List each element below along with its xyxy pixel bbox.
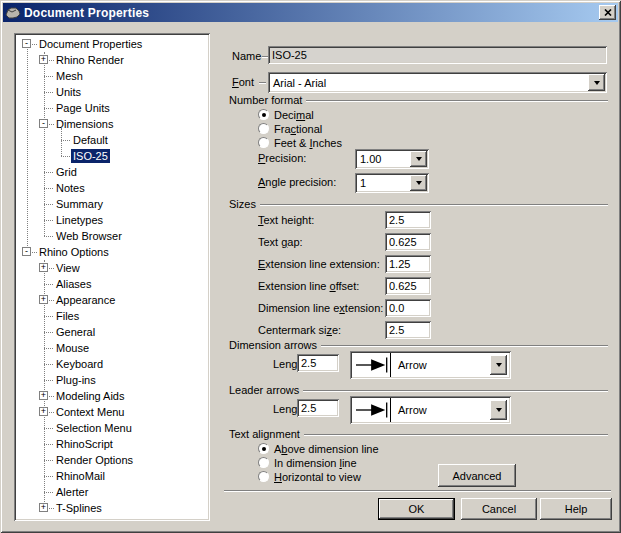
precision-combobox[interactable]: 1.00	[355, 149, 429, 169]
tree-item-label: Rhino Render	[54, 53, 126, 67]
tree-item-render-options[interactable]: Render Options	[14, 452, 210, 468]
tree-connector	[44, 364, 53, 365]
name-field[interactable]	[268, 46, 607, 64]
text-alignment-option-in-dimension-line[interactable]: In dimension line	[258, 456, 357, 469]
close-button[interactable]	[599, 5, 616, 20]
font-combobox[interactable]: Arial - Arial	[268, 72, 607, 93]
precision-label: Precision:	[258, 152, 306, 165]
leader-arrow-preview-icon	[352, 398, 390, 422]
centermark-size-field[interactable]	[385, 321, 431, 339]
ok-button[interactable]: OK	[378, 498, 455, 520]
tree-item-default[interactable]: Default	[14, 132, 210, 148]
tree-item-notes[interactable]: Notes	[14, 180, 210, 196]
tree-item-mesh[interactable]: Mesh	[14, 68, 210, 84]
leader-arrow-dropdown-button[interactable]	[490, 400, 507, 420]
number-format-group-title: Number format	[229, 94, 302, 106]
text-height-field[interactable]	[385, 211, 431, 229]
tree-item-label: Mouse	[54, 341, 91, 355]
tree-item-label: Context Menu	[54, 405, 126, 419]
angle-precision-combobox[interactable]: 1	[355, 173, 429, 193]
tree-item-label: Alerter	[54, 485, 90, 499]
tree-item-rhinomail[interactable]: RhinoMail	[14, 468, 210, 484]
tree-expander-minus-icon[interactable]: -	[39, 119, 48, 128]
rhino-app-icon	[5, 6, 21, 20]
tree-expander-plus-icon[interactable]: +	[39, 503, 48, 512]
tree-expander-minus-icon[interactable]: -	[22, 247, 31, 256]
tree-item-general[interactable]: General	[14, 324, 210, 340]
tree-item-modeling-aids[interactable]: +Modeling Aids	[14, 388, 210, 404]
text-alignment-radio-above-dimension-line[interactable]	[258, 443, 269, 454]
tree-item-plug-ins[interactable]: Plug-ins	[14, 372, 210, 388]
tree-item-keyboard[interactable]: Keyboard	[14, 356, 210, 372]
number-format-radio-decimal[interactable]	[258, 109, 269, 120]
precision-dropdown-button[interactable]	[410, 151, 427, 167]
dimension-arrow-length-field[interactable]	[297, 354, 339, 372]
close-icon	[604, 9, 612, 16]
tree-item-linetypes[interactable]: Linetypes	[14, 212, 210, 228]
angle-precision-value: 1	[355, 177, 408, 189]
number-format-radio-fractional[interactable]	[258, 123, 269, 134]
text-alignment-radio-label: Above dimension line	[274, 443, 379, 455]
tree-expander-plus-icon[interactable]: +	[39, 263, 48, 272]
tree-item-web-browser[interactable]: Web Browser	[14, 228, 210, 244]
angle-precision-dropdown-button[interactable]	[410, 175, 427, 191]
document-properties-dialog: Document Properties -Document Properties…	[0, 0, 621, 533]
group-line	[303, 390, 608, 391]
text-gap-field[interactable]	[385, 233, 431, 251]
tree-expander-plus-icon[interactable]: +	[39, 391, 48, 400]
dimension-arrow-dropdown-button[interactable]	[490, 355, 507, 375]
tree-connector	[44, 476, 53, 477]
tree-connector	[44, 108, 53, 109]
font-dropdown-button[interactable]	[588, 74, 605, 91]
tree-item-alerter[interactable]: Alerter	[14, 484, 210, 500]
tree-expander-minus-icon[interactable]: -	[22, 39, 31, 48]
tree-item-summary[interactable]: Summary	[14, 196, 210, 212]
tree-item-label: Linetypes	[54, 213, 105, 227]
chevron-down-icon	[496, 363, 502, 367]
tree-item-rhino-options[interactable]: -Rhino Options	[14, 244, 210, 260]
extension-line-extension-field[interactable]	[385, 255, 431, 273]
leader-arrow-style-combobox[interactable]: Arrow	[350, 396, 511, 424]
tree-item-view[interactable]: +View	[14, 260, 210, 276]
text-alignment-option-horizontal-to-view[interactable]: Horizontal to view	[258, 470, 361, 483]
tree-item-appearance[interactable]: +Appearance	[14, 292, 210, 308]
tree-item-units[interactable]: Units	[14, 84, 210, 100]
tree-item-files[interactable]: Files	[14, 308, 210, 324]
tree-item-page-units[interactable]: Page Units	[14, 100, 210, 116]
number-format-option-feet-inches[interactable]: Feet & Inches	[258, 136, 342, 149]
tree-item-label: ISO-25	[71, 149, 110, 163]
number-format-option-fractional[interactable]: Fractional	[258, 122, 322, 135]
number-format-group-header: Number format	[229, 94, 608, 106]
tree-item-context-menu[interactable]: +Context Menu	[14, 404, 210, 420]
tree-item-rhinoscript[interactable]: RhinoScript	[14, 436, 210, 452]
number-format-radio-feet-inches[interactable]	[258, 137, 269, 148]
extension-line-offset-label: Extension line offset:	[258, 280, 359, 293]
tree-item-iso-25[interactable]: ISO-25	[14, 148, 210, 164]
text-alignment-group-header: Text alignment	[229, 428, 608, 440]
tree-item-t-splines[interactable]: +T-Splines	[14, 500, 210, 516]
dimension-line-extension-field[interactable]	[385, 299, 431, 317]
tree-item-selection-menu[interactable]: Selection Menu	[14, 420, 210, 436]
tree-item-rhino-render[interactable]: +Rhino Render	[14, 52, 210, 68]
tree-expander-plus-icon[interactable]: +	[39, 295, 48, 304]
tree-item-grid[interactable]: Grid	[14, 164, 210, 180]
tree-item-document-properties[interactable]: -Document Properties	[14, 36, 210, 52]
leader-arrow-length-field[interactable]	[297, 399, 339, 417]
number-format-option-decimal[interactable]: Decimal	[258, 108, 314, 121]
tree-item-mouse[interactable]: Mouse	[14, 340, 210, 356]
tree-item-dimensions[interactable]: -Dimensions	[14, 116, 210, 132]
text-alignment-option-above-dimension-line[interactable]: Above dimension line	[258, 442, 379, 455]
radio-dot-icon	[262, 113, 266, 117]
tree-expander-plus-icon[interactable]: +	[39, 55, 48, 64]
tree-item-aliases[interactable]: Aliases	[14, 276, 210, 292]
help-button[interactable]: Help	[540, 498, 612, 520]
tree-expander-plus-icon[interactable]: +	[39, 407, 48, 416]
advanced-button[interactable]: Advanced	[438, 464, 516, 487]
dimension-arrow-style-combobox[interactable]: Arrow	[350, 351, 511, 379]
text-alignment-radio-in-dimension-line[interactable]	[258, 457, 269, 468]
text-alignment-radio-horizontal-to-view[interactable]	[258, 471, 269, 482]
cancel-button[interactable]: Cancel	[461, 498, 537, 520]
extension-line-offset-field[interactable]	[385, 277, 431, 295]
leader-arrows-group-title: Leader arrows	[229, 384, 299, 396]
tree-item-label: T-Splines	[54, 501, 104, 515]
